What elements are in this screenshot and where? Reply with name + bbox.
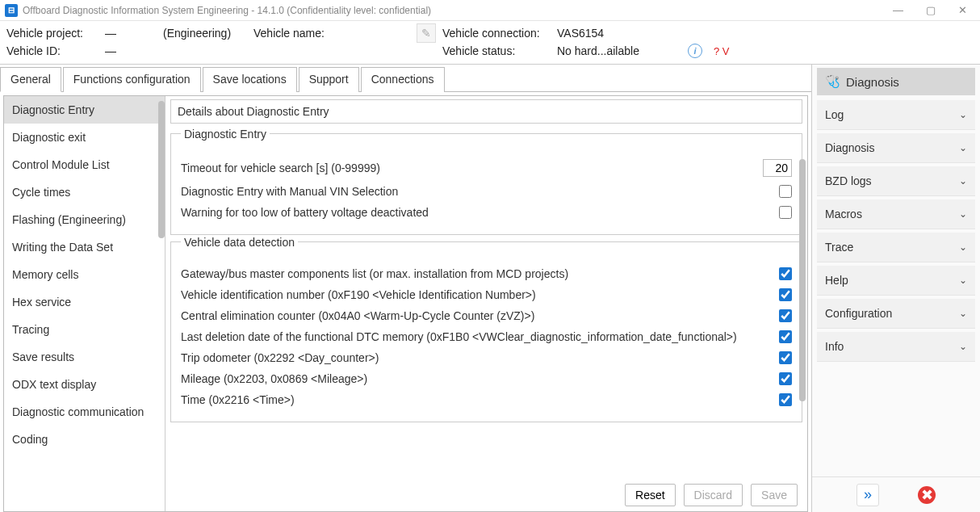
tab-save-locations[interactable]: Save locations [203,67,297,92]
accordion-trace[interactable]: Trace⌄ [817,233,975,262]
window-title: Offboard Diagnostic Information System E… [23,5,431,16]
chevron-down-icon: ⌄ [959,341,967,352]
close-button[interactable]: ✕ [958,4,967,16]
edit-icon[interactable]: ✎ [417,23,436,43]
titlebar: ⊟ Offboard Diagnostic Information System… [0,0,980,21]
sidebar-item-save-results[interactable]: Save results [4,343,165,371]
accordion-label: BZD logs [825,174,872,187]
content-panel: Details about Diagnostic Entry Diagnosti… [165,96,807,511]
detection-row-label: Central elimination counter (0x04A0 <War… [181,309,779,322]
sidebar-item-tracing[interactable]: Tracing [4,316,165,343]
vehicle-id-label: Vehicle ID: [6,44,103,57]
sidebar-scrollbar[interactable] [158,101,165,238]
tab-general[interactable]: General [0,67,61,92]
accordion-label: Info [825,340,844,353]
discard-button[interactable]: Discard [684,484,743,506]
chevron-down-icon: ⌄ [959,142,967,153]
tabstrip: GeneralFunctions configurationSave locat… [0,65,811,92]
accordion-log[interactable]: Log⌄ [817,100,975,130]
info-bar: Vehicle project: — (Engineering) Vehicle… [0,21,980,65]
chevron-down-icon: ⌄ [959,109,967,120]
sidebar-item-odx-text-display[interactable]: ODX text display [4,371,165,398]
group-legend: Diagnostic Entry [181,128,270,141]
vehicle-name-label: Vehicle name: [253,27,415,40]
group-legend: Vehicle data detection [181,236,298,249]
detection-row-label: Trip odometer (0x2292 <Day_counter>) [181,351,779,364]
engineering-label: (Engineering) [163,27,252,40]
sidebar-item-writing-the-data-set[interactable]: Writing the Data Set [4,233,165,261]
minimize-button[interactable]: — [893,4,903,16]
accordion-diagnosis[interactable]: Diagnosis⌄ [817,133,975,163]
manual-vin-checkbox[interactable] [779,185,792,198]
manual-vin-label: Diagnostic Entry with Manual VIN Selecti… [181,185,779,198]
info-icon[interactable]: i [688,44,702,58]
right-panel-header: 🩺 Diagnosis [817,68,975,95]
accordion-label: Help [825,274,848,287]
panel-title: Details about Diagnostic Entry [170,99,802,124]
accordion-label: Log [825,108,844,121]
accordion-info[interactable]: Info⌄ [817,332,975,362]
right-panel-title: Diagnosis [846,75,899,89]
detection-row-checkbox[interactable] [779,309,792,322]
vehicle-status-label: Vehicle status: [442,44,555,57]
sidebar-item-diagnostic-communication[interactable]: Diagnostic communication [4,398,165,426]
stethoscope-icon: 🩺 [825,74,840,89]
timeout-label: Timeout for vehicle search [s] (0-99999) [181,162,763,174]
detection-row-checkbox[interactable] [779,267,792,280]
sidebar-item-cycle-times[interactable]: Cycle times [4,178,165,206]
sidebar-item-control-module-list[interactable]: Control Module List [4,151,165,178]
diagnostic-entry-group: Diagnostic Entry Timeout for vehicle sea… [170,133,802,235]
app-icon: ⊟ [5,4,18,17]
cancel-icon[interactable]: ✖ [918,486,936,504]
sidebar: Diagnostic EntryDiagnostic exitControl M… [4,96,165,511]
sidebar-item-coding[interactable]: Coding [4,426,165,453]
detection-row-checkbox[interactable] [779,351,792,364]
detection-row-label: Vehicle identification number (0xF190 <V… [181,288,779,301]
accordion-macros[interactable]: Macros⌄ [817,199,975,229]
vehicle-connection-label: Vehicle connection: [442,27,555,40]
vehicle-status-value: No hard...ailable [557,44,686,57]
vehicle-data-detection-group: Vehicle data detection Gateway/bus maste… [170,241,802,422]
sidebar-item-diagnostic-entry[interactable]: Diagnostic Entry [4,96,165,124]
tab-connections[interactable]: Connections [361,67,445,92]
detection-row-label: Last deletion date of the functional DTC… [181,330,779,343]
chevron-down-icon: ⌄ [959,241,967,253]
vehicle-project-value: — [105,27,161,40]
vehicle-connection-value: VAS6154 [557,27,686,40]
timeout-input[interactable] [763,159,792,177]
save-button[interactable]: Save [751,484,798,506]
right-panel: 🩺 Diagnosis Log⌄Diagnosis⌄BZD logs⌄Macro… [812,65,980,512]
chevron-down-icon: ⌄ [959,175,967,187]
sidebar-item-diagnostic-exit[interactable]: Diagnostic exit [4,124,165,151]
battery-warning-checkbox[interactable] [779,206,792,219]
forward-icon[interactable]: » [856,484,879,506]
chevron-down-icon: ⌄ [959,275,967,286]
detection-row-checkbox[interactable] [779,288,792,301]
sidebar-item-flashing-engineering-[interactable]: Flashing (Engineering) [4,206,165,233]
sidebar-item-memory-cells[interactable]: Memory cells [4,261,165,288]
accordion-configuration[interactable]: Configuration⌄ [817,299,975,329]
sidebar-item-hex-service[interactable]: Hex service [4,288,165,316]
accordion-help[interactable]: Help⌄ [817,266,975,296]
detection-row-label: Gateway/bus master components list (or m… [181,267,779,280]
content-scrollbar[interactable] [799,159,806,401]
reset-button[interactable]: Reset [625,484,676,506]
detection-row-checkbox[interactable] [779,393,792,406]
tab-support[interactable]: Support [299,67,359,92]
tab-functions-configuration[interactable]: Functions configuration [63,67,201,92]
detection-row-checkbox[interactable] [779,372,792,385]
question-v-icon[interactable]: ? V [714,45,738,57]
chevron-down-icon: ⌄ [959,208,967,220]
detection-row-label: Mileage (0x2203, 0x0869 <Mileage>) [181,372,779,385]
accordion-bzd-logs[interactable]: BZD logs⌄ [817,166,975,196]
chevron-down-icon: ⌄ [959,308,967,319]
detection-row-checkbox[interactable] [779,330,792,343]
battery-warning-label: Warning for too low of battery voltage d… [181,206,779,219]
vehicle-project-label: Vehicle project: [6,27,103,40]
detection-row-label: Time (0x2216 <Time>) [181,393,779,406]
vehicle-id-value: — [105,44,161,57]
actionbar: Reset Discard Save [165,479,807,511]
maximize-button[interactable]: ▢ [926,4,936,16]
accordion-label: Diagnosis [825,141,874,154]
accordion-label: Macros [825,208,862,220]
